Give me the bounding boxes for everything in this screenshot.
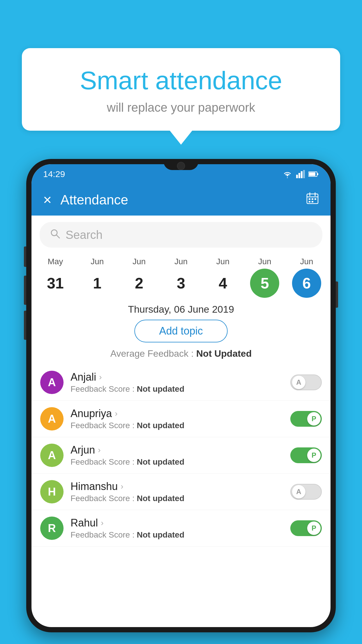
student-feedback: Feedback Score : Not updated (71, 384, 283, 394)
student-feedback: Feedback Score : Not updated (71, 530, 283, 540)
svg-rect-11 (309, 198, 310, 200)
student-item[interactable]: RRahul ›Feedback Score : Not updatedP (31, 510, 331, 547)
date-strip: May31Jun1Jun2Jun3Jun4Jun5Jun6 (31, 254, 331, 298)
student-info: Anupriya ›Feedback Score : Not updated (71, 407, 283, 430)
student-item[interactable]: AAnupriya ›Feedback Score : Not updatedP (31, 401, 331, 437)
date-month: Jun (174, 257, 187, 266)
svg-rect-5 (317, 173, 318, 175)
feedback-value: Not updated (137, 494, 184, 503)
phone-extra-button (24, 311, 26, 340)
attendance-toggle[interactable]: P (290, 447, 322, 463)
battery-icon (308, 171, 319, 177)
date-item[interactable]: Jun6 (289, 257, 324, 298)
date-item[interactable]: Jun2 (122, 257, 157, 298)
chevron-right-icon: › (98, 445, 101, 455)
student-name: Anjali › (71, 371, 283, 383)
feedback-value: Not updated (137, 530, 184, 539)
svg-rect-15 (312, 201, 313, 202)
date-item[interactable]: Jun4 (205, 257, 240, 298)
wifi-icon (282, 170, 293, 178)
date-number: 5 (250, 269, 279, 298)
svg-rect-1 (298, 173, 300, 178)
status-icons (282, 170, 319, 178)
date-month: Jun (133, 257, 146, 266)
close-button[interactable]: × (43, 192, 52, 207)
chevron-right-icon: › (121, 482, 123, 491)
student-avatar: H (40, 480, 64, 503)
calendar-button[interactable] (306, 192, 319, 208)
svg-rect-6 (309, 172, 315, 176)
date-month: Jun (216, 257, 229, 266)
add-topic-button[interactable]: Add topic (134, 320, 228, 342)
date-month: May (48, 257, 63, 266)
phone-power-button (336, 281, 338, 308)
toggle-knob: P (307, 412, 321, 426)
chevron-right-icon: › (115, 409, 117, 418)
svg-rect-2 (301, 171, 303, 178)
date-item[interactable]: May31 (38, 257, 73, 298)
student-feedback: Feedback Score : Not updated (71, 457, 283, 467)
app-bar: × Attendance (31, 184, 331, 216)
student-item[interactable]: AAnjali ›Feedback Score : Not updatedA (31, 364, 331, 401)
speech-bubble: Smart attendance will replace your paper… (22, 48, 340, 131)
student-info: Rahul ›Feedback Score : Not updated (71, 517, 283, 540)
app-bar-title: Attendance (60, 192, 297, 208)
student-info: Arjun ›Feedback Score : Not updated (71, 444, 283, 467)
student-feedback: Feedback Score : Not updated (71, 494, 283, 503)
date-number: 2 (124, 269, 154, 298)
student-feedback: Feedback Score : Not updated (71, 421, 283, 430)
student-avatar: A (40, 444, 64, 467)
date-month: Jun (300, 257, 313, 266)
attendance-toggle[interactable]: A (290, 374, 322, 390)
svg-rect-0 (296, 175, 298, 178)
search-icon (50, 228, 60, 242)
student-name: Arjun › (71, 444, 283, 456)
selected-date-label: Thursday, 06 June 2019 (31, 304, 331, 315)
phone-volume-down-button (24, 276, 26, 305)
date-number: 6 (292, 269, 321, 298)
attendance-toggle[interactable]: A (290, 484, 322, 500)
date-month: Jun (258, 257, 271, 266)
chevron-right-icon: › (101, 518, 103, 528)
bubble-title: Smart attendance (36, 66, 326, 95)
svg-rect-13 (314, 198, 316, 200)
student-info: Anjali ›Feedback Score : Not updated (71, 371, 283, 394)
attendance-toggle[interactable]: P (290, 520, 322, 536)
bubble-subtitle: will replace your paperwork (36, 101, 326, 115)
feedback-value: Not updated (137, 384, 184, 393)
student-name: Himanshu › (71, 480, 283, 493)
student-item[interactable]: AArjun ›Feedback Score : Not updatedP (31, 437, 331, 474)
phone-screen: 14:29 (31, 164, 331, 627)
phone-volume-up-button (24, 246, 26, 267)
toggle-knob: P (307, 522, 321, 535)
date-item[interactable]: Jun3 (164, 257, 198, 298)
date-item[interactable]: Jun5 (247, 257, 282, 298)
student-avatar: R (40, 517, 64, 540)
date-number: 31 (41, 269, 70, 298)
student-info: Himanshu ›Feedback Score : Not updated (71, 480, 283, 503)
search-bar[interactable]: Search (40, 222, 322, 248)
date-number: 1 (83, 269, 112, 298)
status-time: 14:29 (43, 169, 65, 179)
date-number: 4 (208, 269, 238, 298)
phone-notch (164, 159, 198, 170)
svg-rect-3 (303, 170, 305, 178)
toggle-knob: P (307, 449, 321, 462)
svg-line-17 (57, 235, 59, 238)
date-item[interactable]: Jun1 (80, 257, 115, 298)
phone-frame: 14:29 (26, 159, 336, 632)
feedback-value: Not updated (137, 421, 184, 430)
date-month: Jun (91, 257, 104, 266)
svg-rect-14 (309, 201, 310, 202)
svg-rect-12 (312, 198, 313, 200)
student-name: Rahul › (71, 517, 283, 529)
average-feedback: Average Feedback : Not Updated (31, 348, 331, 359)
toggle-knob: A (292, 485, 305, 498)
search-input-placeholder: Search (66, 228, 103, 242)
student-list: AAnjali ›Feedback Score : Not updatedAAA… (31, 364, 331, 547)
student-name: Anupriya › (71, 407, 283, 420)
student-avatar: A (40, 371, 64, 394)
feedback-value: Not updated (137, 457, 184, 466)
student-item[interactable]: HHimanshu ›Feedback Score : Not updatedA (31, 474, 331, 510)
attendance-toggle[interactable]: P (290, 411, 322, 427)
